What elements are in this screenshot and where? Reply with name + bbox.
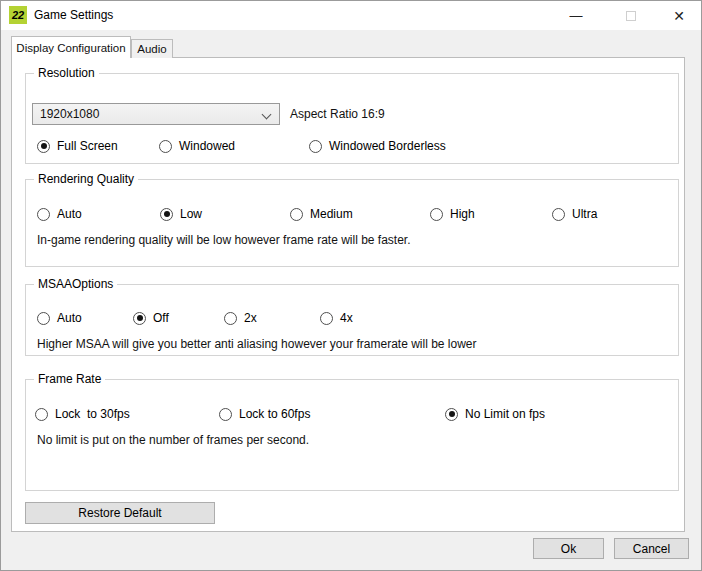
radio-rendering-low[interactable]: Low (160, 207, 202, 221)
radio-windowed[interactable]: Windowed (159, 139, 235, 153)
group-rendering-quality-label: Rendering Quality (34, 172, 138, 186)
title-bar: 22 Game Settings — ✕ (1, 1, 701, 30)
group-rendering-quality: Rendering Quality Auto Low Medium High U… (25, 179, 679, 267)
group-msaa-options-label: MSAAOptions (34, 277, 117, 291)
maximize-icon (626, 11, 636, 21)
group-msaa-options: MSAAOptions Auto Off 2x 4x Higher MSAA w… (25, 284, 679, 356)
radio-label: Full Screen (57, 139, 118, 153)
radio-circle-icon (35, 408, 48, 421)
radio-label: Windowed Borderless (329, 139, 446, 153)
group-resolution-label: Resolution (34, 66, 99, 80)
radio-msaa-4x[interactable]: 4x (320, 311, 353, 325)
radio-circle-icon (430, 208, 443, 221)
close-button[interactable]: ✕ (664, 1, 694, 30)
chevron-down-icon (262, 110, 272, 120)
radio-circle-icon (159, 140, 172, 153)
minimize-button[interactable]: — (561, 1, 591, 30)
radio-lock-30fps[interactable]: Lock to 30fps (35, 407, 130, 421)
radio-circle-icon (224, 312, 237, 325)
radio-label: Lock to 30fps (55, 407, 130, 421)
restore-default-button[interactable]: Restore Default (25, 502, 215, 524)
radio-no-limit-fps[interactable]: No Limit on fps (445, 407, 545, 421)
radio-msaa-off[interactable]: Off (133, 311, 169, 325)
radio-label: Lock to 60fps (239, 407, 310, 421)
tab-label: Display Configuration (16, 42, 125, 54)
aspect-ratio-label: Aspect Ratio 16:9 (290, 107, 385, 121)
radio-lock-60fps[interactable]: Lock to 60fps (219, 407, 310, 421)
radio-circle-icon (219, 408, 232, 421)
ok-label: Ok (561, 542, 576, 556)
tab-display-configuration[interactable]: Display Configuration (11, 36, 131, 58)
radio-label: Ultra (572, 207, 597, 221)
radio-circle-icon (37, 312, 50, 325)
group-frame-rate: Frame Rate Lock to 30fps Lock to 60fps N… (25, 379, 679, 491)
radio-circle-icon (290, 208, 303, 221)
radio-circle-icon (320, 312, 333, 325)
radio-label: Auto (57, 311, 82, 325)
window-title: Game Settings (34, 8, 113, 22)
radio-circle-icon (309, 140, 322, 153)
radio-windowed-borderless[interactable]: Windowed Borderless (309, 139, 446, 153)
cancel-button[interactable]: Cancel (614, 538, 689, 559)
radio-label: 2x (244, 311, 257, 325)
tab-audio[interactable]: Audio (131, 39, 173, 58)
radio-msaa-auto[interactable]: Auto (37, 311, 82, 325)
radio-circle-icon (552, 208, 565, 221)
radio-circle-icon (445, 408, 458, 421)
maximize-button[interactable] (616, 1, 646, 30)
group-resolution: Resolution 1920x1080 Aspect Ratio 16:9 F… (25, 73, 679, 164)
radio-label: Off (153, 311, 169, 325)
radio-rendering-ultra[interactable]: Ultra (552, 207, 597, 221)
ok-button[interactable]: Ok (533, 538, 604, 559)
rendering-quality-description: In-game rendering quality will be low ho… (37, 233, 411, 247)
radio-full-screen[interactable]: Full Screen (37, 139, 118, 153)
radio-circle-icon (37, 208, 50, 221)
app-icon: 22 (9, 6, 27, 24)
close-icon: ✕ (673, 8, 685, 24)
restore-default-label: Restore Default (78, 506, 161, 520)
resolution-dropdown[interactable]: 1920x1080 (32, 103, 280, 125)
radio-label: Auto (57, 207, 82, 221)
radio-msaa-2x[interactable]: 2x (224, 311, 257, 325)
radio-label: Windowed (179, 139, 235, 153)
radio-circle-icon (160, 208, 173, 221)
cancel-label: Cancel (633, 542, 670, 556)
radio-circle-icon (133, 312, 146, 325)
radio-label: Low (180, 207, 202, 221)
radio-circle-icon (37, 140, 50, 153)
resolution-dropdown-value: 1920x1080 (40, 107, 99, 121)
radio-rendering-auto[interactable]: Auto (37, 207, 82, 221)
msaa-description: Higher MSAA will give you better anti al… (37, 337, 477, 351)
radio-label: No Limit on fps (465, 407, 545, 421)
tab-label: Audio (137, 43, 166, 55)
radio-rendering-medium[interactable]: Medium (290, 207, 353, 221)
minimize-icon: — (570, 8, 583, 23)
game-settings-window: 22 Game Settings — ✕ Display Configurati… (0, 0, 702, 571)
group-frame-rate-label: Frame Rate (34, 372, 105, 386)
radio-label: 4x (340, 311, 353, 325)
radio-label: Medium (310, 207, 353, 221)
radio-rendering-high[interactable]: High (430, 207, 475, 221)
radio-label: High (450, 207, 475, 221)
frame-rate-description: No limit is put on the number of frames … (37, 433, 309, 447)
